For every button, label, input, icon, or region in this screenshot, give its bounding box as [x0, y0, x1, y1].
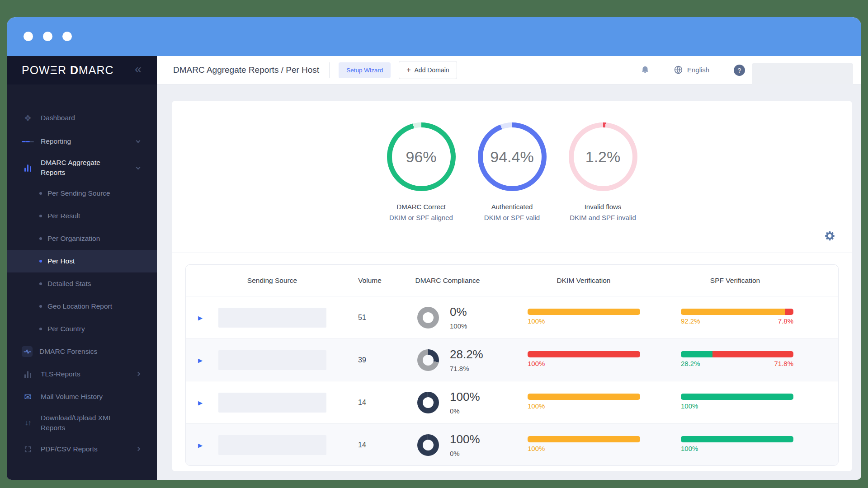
- sidebar-item-label: DMARC Aggregate Reports: [41, 158, 125, 177]
- donut-invalid-flows: 1.2% Invalid flows DKIM and SPF invalid: [563, 122, 643, 221]
- sidebar-item-mail-volume-history[interactable]: ✉ Mail Volume History: [7, 385, 157, 408]
- column-volume: Volume: [358, 277, 382, 285]
- notifications-bell-icon[interactable]: [640, 65, 650, 77]
- window-controls: [24, 32, 72, 41]
- chevron-down-icon: [136, 165, 141, 170]
- corners-icon: [22, 446, 34, 453]
- sidebar-item-per-country[interactable]: Per Country: [7, 318, 157, 340]
- dkim-bar: [528, 394, 640, 400]
- compliance-main: 0%: [450, 305, 467, 319]
- sidebar-item-label: Per Organization: [47, 235, 100, 243]
- dkim-bar-labels: 100%: [528, 360, 640, 367]
- table-row[interactable]: ▶ 14 100% 0% 100% 100%: [186, 424, 838, 466]
- expand-row-icon[interactable]: ▶: [198, 314, 203, 321]
- volume-value: 14: [358, 441, 366, 449]
- chevron-right-icon: [136, 447, 141, 451]
- app-logo: POWΞR DMARC «: [7, 56, 157, 84]
- column-dmarc-compliance: DMARC Compliance: [415, 277, 480, 285]
- volume-value: 14: [358, 399, 366, 407]
- table-row[interactable]: ▶ 14 100% 0% 100% 100%: [186, 381, 838, 424]
- donut-dmarc-correct: 96% DMARC Correct DKIM or SPF aligned: [381, 122, 462, 221]
- bar-chart-icon: [22, 164, 34, 172]
- window-dot[interactable]: [43, 32, 52, 41]
- donut-value: 96%: [387, 122, 456, 191]
- donut-sublabel: DKIM or SPF valid: [472, 214, 552, 221]
- dkim-bar: [528, 309, 640, 315]
- donut-value: 94.4%: [478, 122, 547, 191]
- sidebar-item-dashboard[interactable]: ❖ Dashboard: [7, 106, 157, 130]
- bullet-icon: [39, 305, 42, 308]
- sidebar-item-label: Per Result: [47, 212, 80, 220]
- add-domain-button[interactable]: + Add Domain: [399, 61, 457, 79]
- app-window: POWΞR DMARC « ❖ Dashboard Reporting DMAR…: [7, 17, 861, 480]
- sidebar-item-dmarc-aggregate-reports[interactable]: DMARC Aggregate Reports: [7, 153, 157, 182]
- globe-icon: [674, 65, 683, 75]
- window-titlebar: [7, 17, 861, 56]
- sidebar-item-per-result[interactable]: Per Result: [7, 205, 157, 227]
- table-row[interactable]: ▶ 39 28.2% 71.8% 100% 28.2%71.8%: [186, 339, 838, 381]
- donut-sublabel: DKIM or SPF aligned: [381, 214, 462, 221]
- help-icon[interactable]: ?: [734, 65, 745, 76]
- compliance-donut: [417, 392, 439, 413]
- pulse-icon: [22, 346, 33, 357]
- sending-source-redacted: [218, 308, 326, 328]
- sending-source-redacted: [218, 393, 326, 413]
- sidebar-item-per-organization[interactable]: Per Organization: [7, 227, 157, 250]
- sidebar-item-label: Dashboard: [41, 113, 75, 123]
- spf-bar-labels: 92.2%7.8%: [681, 317, 793, 325]
- compliance-donut: [417, 349, 439, 371]
- column-dkim-verification: DKIM Verification: [557, 277, 611, 285]
- setup-wizard-button[interactable]: Setup Wizard: [339, 62, 391, 78]
- table-row[interactable]: ▶ 51 0% 100% 100% 92.2%7.8%: [186, 296, 838, 339]
- compliance-sub: 0%: [450, 407, 460, 415]
- expand-row-icon[interactable]: ▶: [198, 442, 203, 449]
- sidebar-item-label: Per Country: [47, 325, 85, 333]
- chevron-right-icon: [136, 372, 141, 376]
- bullet-icon: [39, 192, 42, 195]
- compliance-donut: [417, 434, 439, 456]
- report-card: 96% DMARC Correct DKIM or SPF aligned 94…: [172, 101, 852, 471]
- divider: [329, 62, 330, 78]
- page-title: DMARC Aggregate Reports / Per Host: [173, 65, 319, 75]
- sidebar-item-label: Per Sending Source: [47, 189, 110, 197]
- chevron-down-icon: [136, 139, 141, 143]
- report-table: Sending Source Volume DMARC Compliance D…: [185, 264, 839, 466]
- user-profile-area[interactable]: [752, 63, 853, 84]
- spf-bar: [681, 436, 793, 442]
- table-header: Sending Source Volume DMARC Compliance D…: [186, 265, 838, 296]
- donut-sublabel: DKIM and SPF invalid: [563, 214, 643, 221]
- window-dot[interactable]: [62, 32, 72, 41]
- sidebar-item-pdf-csv-reports[interactable]: PDF/CSV Reports: [7, 438, 157, 460]
- sidebar-item-per-sending-source[interactable]: Per Sending Source: [7, 182, 157, 205]
- bullet-icon: [39, 237, 42, 240]
- sidebar-item-download-upload-xml-reports[interactable]: ↓↑ Download/Upload XML Reports: [7, 408, 157, 438]
- sidebar-item-dmarc-forensics[interactable]: DMARC Forensics: [7, 340, 157, 363]
- spf-bar-labels: 28.2%71.8%: [681, 360, 793, 367]
- compliance-main: 100%: [450, 390, 480, 404]
- expand-row-icon[interactable]: ▶: [198, 357, 203, 363]
- donut-authenticated: 94.4% Authenticated DKIM or SPF valid: [472, 122, 552, 221]
- sidebar-item-detailed-stats[interactable]: Detailed Stats: [7, 272, 157, 295]
- volume-value: 51: [358, 314, 366, 322]
- sidebar-collapse-icon[interactable]: «: [135, 62, 142, 76]
- language-selector[interactable]: English: [674, 65, 709, 75]
- sidebar-item-reporting[interactable]: Reporting: [7, 130, 157, 153]
- sidebar-item-per-host[interactable]: Per Host: [7, 250, 157, 272]
- bullet-icon: [39, 328, 42, 330]
- dkim-bar-labels: 100%: [528, 445, 640, 452]
- window-dot[interactable]: [24, 32, 33, 41]
- donut-label: DMARC Correct: [381, 203, 462, 211]
- sending-source-redacted: [218, 350, 326, 370]
- bullet-icon: [39, 260, 42, 263]
- expand-row-icon[interactable]: ▶: [198, 399, 203, 406]
- sidebar-item-geo-location-report[interactable]: Geo Location Report: [7, 295, 157, 318]
- column-sending-source: Sending Source: [247, 277, 297, 285]
- sidebar-item-label: Reporting: [41, 136, 71, 146]
- sidebar-item-tls-reports[interactable]: TLS-Reports: [7, 363, 157, 385]
- donut-label: Invalid flows: [563, 203, 643, 211]
- gear-icon[interactable]: [824, 230, 836, 244]
- dkim-bar-labels: 100%: [528, 317, 640, 325]
- sidebar-item-label: PDF/CSV Reports: [41, 444, 98, 454]
- compliance-donut: [417, 307, 439, 328]
- sidebar-menu: ❖ Dashboard Reporting DMARC Aggregate Re…: [7, 106, 157, 460]
